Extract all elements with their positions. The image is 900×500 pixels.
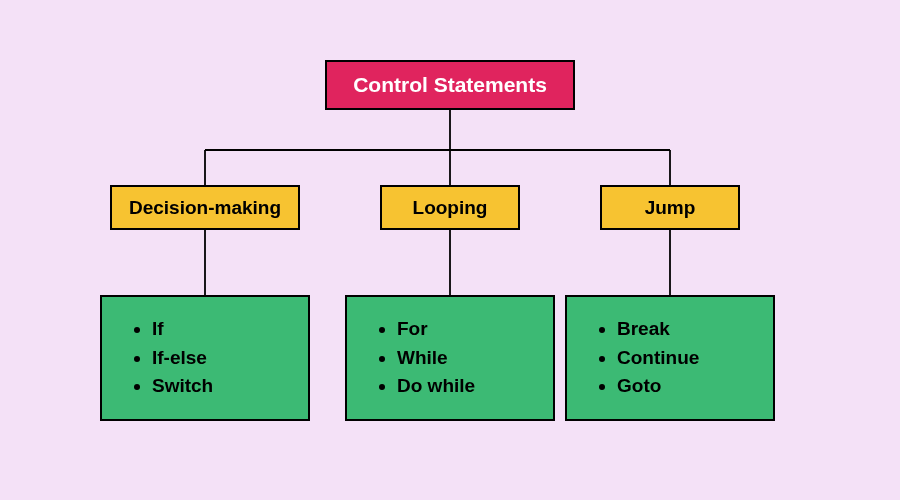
list-item: Goto <box>617 372 753 401</box>
category-looping: Looping <box>380 185 520 230</box>
list-item: If-else <box>152 344 288 373</box>
category-label: Decision-making <box>129 197 281 219</box>
list-item: For <box>397 315 533 344</box>
category-label: Looping <box>413 197 488 219</box>
items-jump: Break Continue Goto <box>565 295 775 421</box>
category-label: Jump <box>645 197 696 219</box>
list-item: Switch <box>152 372 288 401</box>
list-item: Do while <box>397 372 533 401</box>
list-item: Break <box>617 315 753 344</box>
root-node: Control Statements <box>325 60 575 110</box>
list-item: While <box>397 344 533 373</box>
list-item: Continue <box>617 344 753 373</box>
root-label: Control Statements <box>353 73 547 97</box>
list-item: If <box>152 315 288 344</box>
category-decision-making: Decision-making <box>110 185 300 230</box>
category-jump: Jump <box>600 185 740 230</box>
items-decision-making: If If-else Switch <box>100 295 310 421</box>
items-looping: For While Do while <box>345 295 555 421</box>
